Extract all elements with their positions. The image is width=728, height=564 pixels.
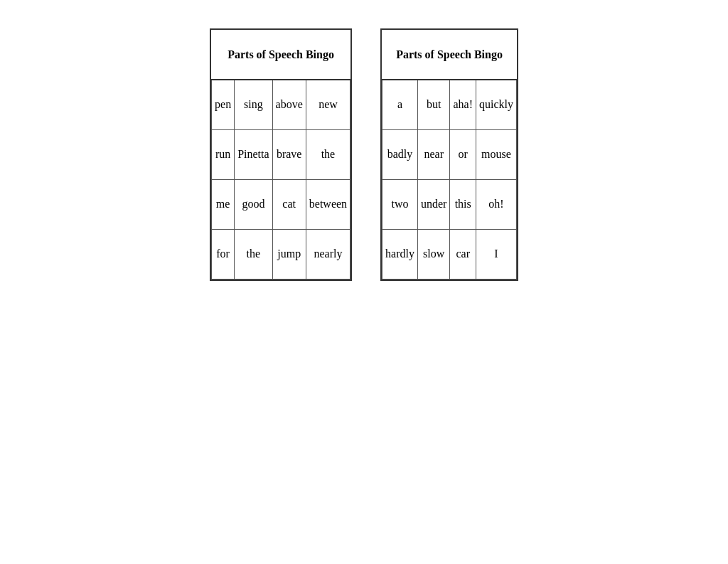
card2-cell-3-0: hardly	[382, 229, 418, 279]
card2-title: Parts of Speech Bingo	[382, 30, 517, 80]
card1-cell-1-3: the	[306, 129, 350, 179]
card2-cell-1-3: mouse	[476, 129, 516, 179]
card1-cell-1-0: run	[212, 129, 235, 179]
card1-cell-2-0: me	[212, 179, 235, 229]
card2-cell-2-2: this	[450, 179, 476, 229]
card1-cell-0-2: above	[272, 80, 306, 129]
card1-cell-3-2: jump	[272, 229, 306, 279]
card1-cell-0-3: new	[306, 80, 350, 129]
bingo-card-2: Parts of Speech Bingo abutaha!quicklybad…	[380, 28, 518, 281]
card2-cell-1-0: badly	[382, 129, 418, 179]
card2-cell-3-1: slow	[417, 229, 449, 279]
card2-cell-0-0: a	[382, 80, 418, 129]
card1-cell-0-1: sing	[235, 80, 272, 129]
card2-cell-3-2: car	[450, 229, 476, 279]
card1-cell-3-3: nearly	[306, 229, 350, 279]
card1-cell-1-1: Pinetta	[235, 129, 272, 179]
card1-cell-0-0: pen	[212, 80, 235, 129]
card1-cell-1-2: brave	[272, 129, 306, 179]
card2-cell-1-2: or	[450, 129, 476, 179]
card2-cell-3-3: I	[476, 229, 516, 279]
card2-cell-0-1: but	[417, 80, 449, 129]
card1-cell-2-1: good	[235, 179, 272, 229]
card2-cell-0-2: aha!	[450, 80, 476, 129]
card1-cell-2-3: between	[306, 179, 350, 229]
card1-title: Parts of Speech Bingo	[212, 30, 350, 80]
card2-cell-2-0: two	[382, 179, 418, 229]
card1-cell-2-2: cat	[272, 179, 306, 229]
card1-cell-3-1: the	[235, 229, 272, 279]
card2-cell-1-1: near	[417, 129, 449, 179]
card2-cell-2-3: oh!	[476, 179, 516, 229]
card1-cell-3-0: for	[212, 229, 235, 279]
card2-cell-2-1: under	[417, 179, 449, 229]
bingo-card-1: Parts of Speech Bingo pensingabovenewrun…	[210, 28, 352, 281]
page-container: Parts of Speech Bingo pensingabovenewrun…	[210, 28, 518, 281]
card2-cell-0-3: quickly	[476, 80, 516, 129]
